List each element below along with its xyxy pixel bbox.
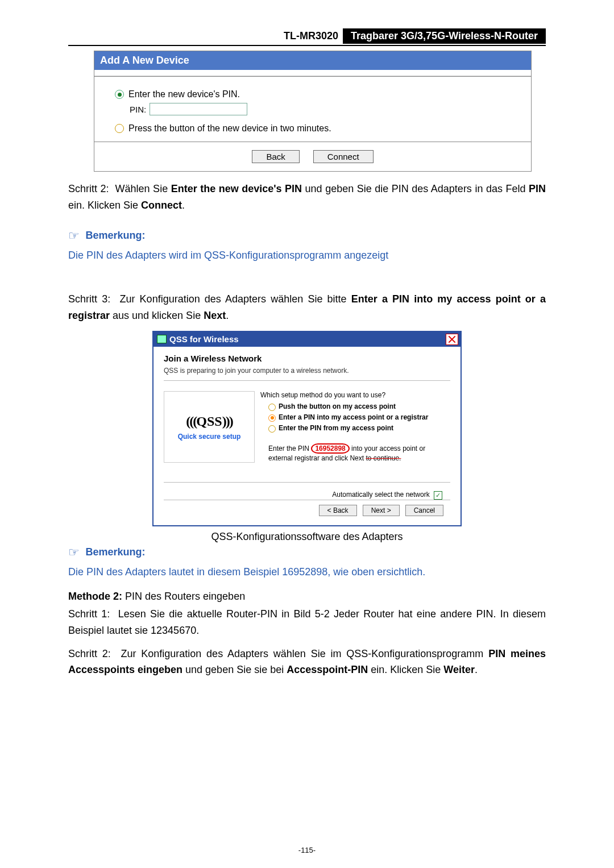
opt-push-button[interactable]: Push the button on my access point [268, 402, 450, 411]
note-icon: ☞ [68, 229, 80, 243]
qss-dialog: QSS for Wireless Join a Wireless Network… [152, 331, 462, 526]
note2-text: Die PIN des Adapters lautet in diesem Be… [68, 563, 546, 581]
radio-icon [115, 90, 124, 99]
note-icon: ☞ [68, 545, 80, 560]
qss-next-button[interactable]: Next > [363, 505, 400, 516]
add-device-panel: Add A New Device Enter the new device's … [94, 51, 532, 172]
document-header: TL-MR3020 Tragbarer 3G/3,75G-Wireless-N-… [68, 28, 546, 46]
qss-logo-caption: Quick secure setup [178, 433, 241, 441]
model-number: TL-MR3020 [279, 28, 343, 44]
radio-label: Enter the new device's PIN. [128, 89, 240, 99]
pin-label: PIN: [130, 105, 146, 114]
opt-enter-pin-ap[interactable]: Enter a PIN into my access point or a re… [268, 413, 450, 422]
radio-icon [268, 414, 276, 422]
step3-text: Schritt 3: Zur Konfiguration des Adapter… [68, 291, 546, 324]
m2-step2: Schritt 2: Zur Konfiguration des Adapter… [68, 646, 546, 679]
qss-logo-box: (((QSS))) Quick secure setup [164, 391, 255, 463]
method2-heading: Methode 2: PIN des Routers eingeben [68, 588, 546, 605]
qss-instruction: Enter the PIN 16952898 into your access … [268, 444, 450, 463]
radio-enter-pin[interactable]: Enter the new device's PIN. [115, 89, 521, 99]
radio-icon [268, 425, 276, 433]
connect-button[interactable]: Connect [313, 150, 374, 163]
qss-back-button[interactable]: < Back [319, 505, 357, 516]
method-question: Which setup method do you want to use? [260, 391, 450, 399]
note1-text: Die PIN des Adapters wird im QSS-Konfigu… [68, 247, 546, 264]
qss-cancel-button[interactable]: Cancel [405, 505, 443, 516]
header-title: Tragbarer 3G/3,75G-Wireless-N-Router [343, 28, 546, 44]
close-icon[interactable] [446, 334, 458, 345]
note-title: Bemerkung: [85, 230, 145, 241]
radio-press-button[interactable]: Press the button of the new device in tw… [115, 123, 521, 134]
back-button[interactable]: Back [252, 150, 299, 163]
radio-icon [268, 404, 276, 411]
pin-input[interactable] [150, 103, 247, 115]
auto-select-row: Automatically select the network ✓ [164, 491, 442, 499]
m2-step1: Schritt 1: Lesen Sie die aktuelle Router… [68, 606, 546, 639]
note-title: Bemerkung: [85, 546, 145, 558]
opt-enter-pin-from[interactable]: Enter the PIN from my access point [268, 424, 450, 433]
radio-icon [115, 124, 124, 133]
page-number: -115- [0, 846, 614, 854]
qss-heading: Join a Wireless Network [164, 354, 450, 363]
radio-label: Press the button of the new device in tw… [128, 123, 331, 134]
auto-select-checkbox[interactable]: ✓ [434, 491, 442, 500]
qss-title: QSS for Wireless [169, 334, 239, 344]
figure-caption: QSS-Konfigurationssoftware des Adapters [68, 531, 546, 543]
panel-title: Add A New Device [94, 51, 531, 70]
pin-highlight: 16952898 [311, 443, 349, 454]
qss-subtext: QSS is preparing to join your computer t… [164, 367, 450, 375]
qss-app-icon [157, 335, 167, 343]
step2-text: Schritt 2: Wählen Sie Enter the new devi… [68, 181, 546, 214]
